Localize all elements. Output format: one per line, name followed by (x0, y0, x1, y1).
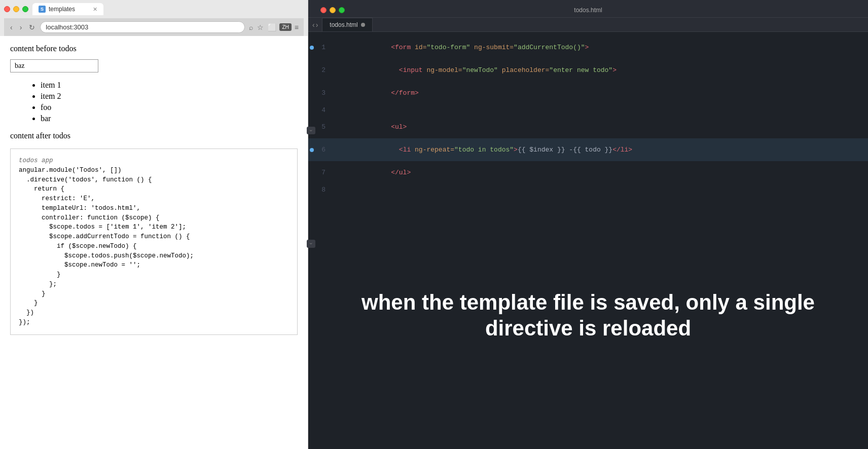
line-number-6: 6 (315, 146, 334, 154)
bookmark-icon[interactable]: ☆ (256, 22, 265, 32)
todo-list: item 1 item 2 foo bar (10, 81, 298, 123)
line-content-2: <input ng-model="newTodo" placeholder="e… (334, 59, 868, 82)
screen-icon[interactable]: ⬜ (267, 22, 277, 32)
tab-bar: S templates ✕ (32, 3, 103, 15)
code-lines: 1 <form id="todo-form" ng-submit="addCur… (308, 32, 868, 199)
code-line-3: 3 </form> (308, 82, 868, 104)
traffic-lights (4, 6, 28, 12)
list-item: bar (41, 114, 298, 123)
prev-arrow-icon[interactable]: ‹ (312, 21, 315, 29)
breakpoint-dot-1 (310, 46, 314, 50)
code-line-7: 7 </ul> (308, 161, 868, 184)
content-before-heading: content before todos (10, 44, 298, 53)
browser-panel: S templates ✕ ‹ › ↻ localhost:3003 ⌕ ☆ ⬜… (0, 0, 308, 449)
line-number-5: 5 (315, 123, 334, 131)
minimize-button[interactable] (13, 6, 19, 12)
content-after-heading: content after todos (10, 131, 298, 140)
overlay-text-block: when the template file is saved, only a … (308, 199, 868, 371)
code-line-5: 5 <ul> (308, 116, 868, 138)
collapse-handle-bottom[interactable]: › (307, 240, 315, 247)
line-number-3: 3 (315, 89, 334, 97)
line-content-6: <li ng-repeat="todo in todos">{{ $index … (334, 138, 868, 161)
editor-close-button[interactable] (320, 7, 327, 13)
editor-code-content[interactable]: 1 <form id="todo-form" ng-submit="addCur… (308, 32, 868, 449)
line-content-1: <form id="todo-form" ng-submit="addCurre… (334, 36, 868, 59)
editor-window-controls (314, 7, 351, 13)
maximize-button[interactable] (22, 6, 28, 12)
code-body: angular.module('Todos', []) .directive('… (19, 167, 194, 326)
line-content-7: </ul> (334, 161, 868, 184)
editor-panel: todos.html ‹ › todos.html 1 <form id="to… (308, 0, 868, 449)
browser-chrome: S templates ✕ ‹ › ↻ localhost:3003 ⌕ ☆ ⬜… (0, 0, 308, 36)
editor-tab-label: todos.html (330, 21, 357, 28)
line-number-7: 7 (315, 169, 334, 176)
editor-window-title: todos.html (574, 7, 602, 14)
editor-maximize-button[interactable] (339, 7, 345, 13)
search-icon[interactable]: ⌕ (248, 22, 254, 32)
line-number-2: 2 (315, 66, 334, 74)
collapse-handle-top[interactable]: › (307, 127, 315, 134)
code-line-4: 4 (308, 104, 868, 116)
browser-titlebar: S templates ✕ (4, 3, 304, 15)
list-item: foo (41, 103, 298, 112)
list-item: item 2 (41, 92, 298, 101)
forward-button[interactable]: › (18, 22, 24, 32)
line-number-1: 1 (315, 44, 334, 51)
list-item: item 1 (41, 81, 298, 90)
tab-title: templates (49, 6, 75, 13)
tab-close-icon[interactable]: ✕ (93, 6, 97, 13)
overlay-text: when the template file is saved, only a … (329, 290, 848, 341)
tab-modified-dot (361, 23, 365, 27)
line-content-3: </form> (334, 82, 868, 104)
back-button[interactable]: ‹ (8, 22, 15, 32)
refresh-button[interactable]: ↻ (27, 22, 37, 32)
tab-favicon: S (39, 6, 46, 13)
code-line-6: 6 <li ng-repeat="todo in todos">{{ $inde… (308, 138, 868, 161)
line-number-4: 4 (315, 106, 334, 114)
close-button[interactable] (4, 6, 10, 12)
line-gutter-1 (308, 46, 315, 50)
browser-toolbar: ‹ › ↻ localhost:3003 ⌕ ☆ ⬜ ZH ≡ (4, 18, 304, 36)
line-content-5: <ul> (334, 116, 868, 138)
line-number-8: 8 (315, 186, 334, 194)
address-bar[interactable]: localhost:3003 (40, 21, 245, 33)
code-block: todos app angular.module('Todos', []) .d… (10, 148, 298, 335)
code-line-8: 8 (308, 184, 868, 195)
code-line-1: 1 <form id="todo-form" ng-submit="addCur… (308, 36, 868, 59)
code-line-2: 2 <input ng-model="newTodo" placeholder=… (308, 59, 868, 82)
next-arrow-icon[interactable]: › (316, 21, 318, 29)
editor-minimize-button[interactable] (330, 7, 336, 13)
editor-tab[interactable]: todos.html (322, 18, 372, 31)
toolbar-icons: ⌕ ☆ ⬜ ZH ≡ (248, 22, 300, 32)
editor-nav-arrows: ‹ › (312, 21, 318, 29)
browser-content: content before todos item 1 item 2 foo b… (0, 36, 308, 449)
code-comment: todos app (19, 157, 53, 164)
panel-divider: › › (307, 127, 314, 449)
browser-tab[interactable]: S templates ✕ (32, 3, 103, 15)
url-text: localhost:3003 (46, 23, 88, 31)
zh-badge[interactable]: ZH (279, 23, 291, 31)
editor-titlebar: todos.html (308, 0, 868, 18)
editor-tab-row: ‹ › todos.html (308, 18, 868, 32)
menu-icon[interactable]: ≡ (294, 22, 300, 32)
new-todo-input[interactable] (10, 59, 98, 72)
